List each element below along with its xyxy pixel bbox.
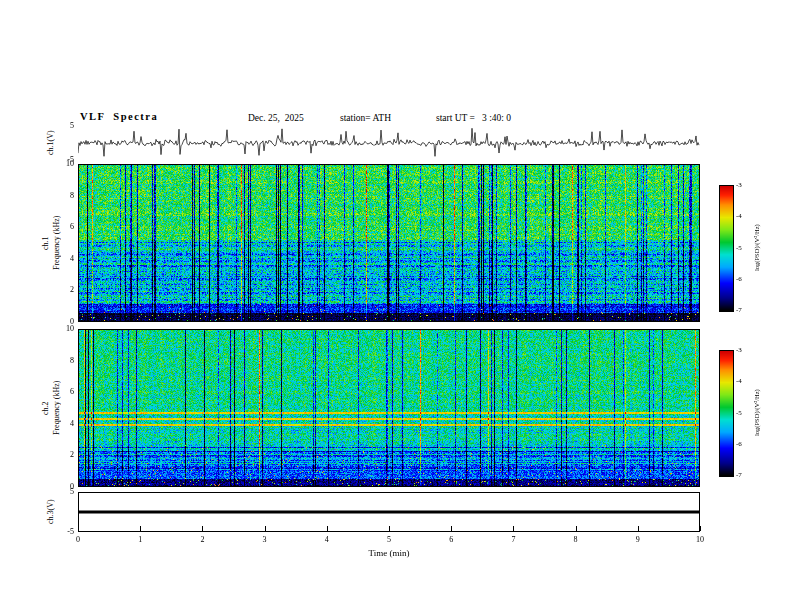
- ch2-spectrogram-ylabel: Frequency (kHz): [52, 329, 63, 487]
- ch2-colorbar: [719, 350, 734, 477]
- y-tick-label: -5: [56, 527, 74, 536]
- colorbar-tick-label: -5: [736, 244, 742, 252]
- x-tick-label: 0: [68, 535, 88, 544]
- ch3-waveform-ylabel: ch.3(V): [46, 490, 57, 534]
- x-tick-label: 1: [130, 535, 150, 544]
- vlf-spectra-figure: VLF Spectra Dec. 25, 2025 station= ATH s…: [0, 0, 792, 612]
- x-tick-label: 7: [503, 535, 523, 544]
- y-tick-label: 5: [56, 487, 74, 496]
- colorbar-tick-label: -4: [736, 212, 742, 220]
- colorbar-tick-label: -3: [736, 346, 742, 354]
- colorbar-tick-label: -7: [736, 471, 742, 479]
- colorbar-tick-label: -3: [736, 181, 742, 189]
- ch1-colorbar-label: log(PSD)/(V²/Hz): [753, 185, 764, 310]
- ch1-waveform-ylabel: ch.1(V): [46, 122, 57, 164]
- ch3-waveform-panel: [78, 492, 700, 532]
- start-ut-label: start UT = 3 :40: 0: [436, 113, 511, 123]
- y-tick-label: 5: [56, 121, 74, 130]
- x-tick-label: 3: [255, 535, 275, 544]
- y-tick-label: -5: [56, 155, 74, 164]
- ch1-colorbar-canvas: [719, 185, 734, 312]
- x-tick-label: 4: [317, 535, 337, 544]
- x-tick-label: 9: [628, 535, 648, 544]
- x-tick-label: 2: [192, 535, 212, 544]
- x-tick-label: 5: [379, 535, 399, 544]
- ch1-waveform-canvas: [78, 126, 700, 160]
- x-tick-label: 8: [566, 535, 586, 544]
- ch2-spectrogram-canvas: [79, 330, 699, 486]
- colorbar-tick-label: -6: [736, 440, 742, 448]
- ch2-spectrogram-panel: [78, 329, 700, 487]
- ch1-spectrogram-canvas: [79, 165, 699, 321]
- ch1-waveform-panel: [78, 126, 700, 160]
- x-tick-label: 6: [441, 535, 461, 544]
- figure-title: VLF Spectra: [80, 111, 158, 122]
- x-axis-label: Time (min): [78, 548, 700, 558]
- colorbar-tick-label: -4: [736, 377, 742, 385]
- ch1-spectrogram-ylabel: Frequency (kHz): [52, 164, 63, 322]
- ch1-colorbar: [719, 185, 734, 312]
- ch2-spectrogram-channel-label: ch.2: [41, 329, 52, 487]
- x-tick-label: 10: [690, 535, 710, 544]
- ch1-spectrogram-channel-label: ch.1: [41, 164, 52, 322]
- colorbar-tick-label: -5: [736, 409, 742, 417]
- ch1-spectrogram-panel: [78, 164, 700, 322]
- ch3-waveform-canvas: [79, 493, 699, 531]
- x-tick-mark: [700, 526, 701, 531]
- colorbar-tick-label: -6: [736, 275, 742, 283]
- colorbar-tick-label: -7: [736, 306, 742, 314]
- station-label: station= ATH: [340, 113, 391, 123]
- ch2-colorbar-canvas: [719, 350, 734, 477]
- ch2-colorbar-label: log(PSD)/(V²/Hz): [753, 350, 764, 475]
- date-label: Dec. 25, 2025: [248, 113, 304, 123]
